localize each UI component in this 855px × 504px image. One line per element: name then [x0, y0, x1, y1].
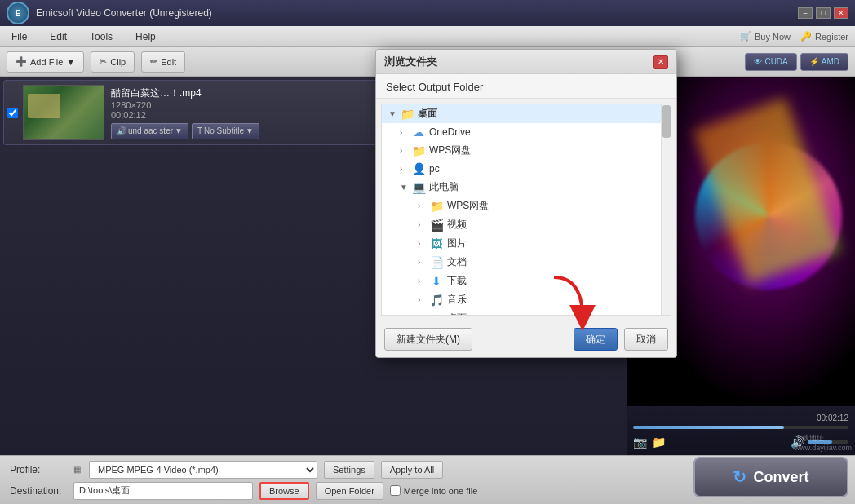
edit-button[interactable]: ✏ Edit [141, 51, 185, 73]
edit-icon: ✏ [150, 56, 157, 67]
profile-label: Profile: [10, 464, 67, 475]
tree-item-doc[interactable]: › 📄 文档 [382, 253, 671, 272]
menu-tools[interactable]: Tools [85, 29, 117, 44]
amd-icon: ⚡ [809, 57, 819, 66]
tree-item-desktop[interactable]: ▼ 📁 桌面 [382, 104, 671, 123]
tree-scrollbar[interactable] [661, 104, 671, 315]
tree-item-wps-disk[interactable]: › 📁 WPS网盘 [382, 197, 671, 215]
audio-icon: 🔊 [117, 126, 126, 135]
eye-icon: 👁 [754, 57, 762, 66]
menu-bar: File Edit Tools Help 🛒 Buy Now 🔑 Registe… [0, 26, 855, 47]
doc-icon: 📄 [429, 256, 444, 269]
tree-expand-icon: › [418, 258, 429, 267]
folder-icon: 📁 [400, 108, 414, 121]
new-folder-button[interactable]: 新建文件夹(M) [384, 328, 472, 351]
audio-settings-button[interactable]: 🔊 und aac ster ▼ [111, 123, 188, 139]
tree-expand-icon: › [418, 276, 429, 285]
close-button[interactable]: ✕ [834, 7, 848, 19]
cancel-button[interactable]: 取消 [624, 328, 668, 351]
tree-item-image[interactable]: › 🖼 图片 [382, 234, 671, 253]
register-button[interactable]: 🔑 Register [800, 31, 848, 42]
scrollbar-thumb[interactable] [662, 105, 671, 138]
tree-item-desktop2[interactable]: › 📁 桌面 [382, 309, 671, 316]
tree-item-video[interactable]: › 🎬 视频 [382, 215, 671, 234]
subtitle-button[interactable]: T No Subtitle ▼ [192, 123, 259, 139]
amd-button[interactable]: ⚡ AMD [800, 53, 848, 71]
thumbnail-image [24, 86, 104, 139]
convert-button-container: ↻ Convert [693, 457, 848, 497]
settings-button[interactable]: Settings [324, 461, 374, 479]
destination-label: Destination: [10, 485, 67, 497]
app-title: Emicsoft Video Converter (Unregistered) [36, 7, 798, 19]
dialog-footer: 新建文件夹(M) 确定 取消 [376, 321, 676, 357]
menu-edit[interactable]: Edit [45, 29, 72, 44]
folder-icon: 📁 [429, 312, 444, 316]
apply-to-all-button[interactable]: Apply to All [381, 461, 443, 479]
tree-expand-icon: › [418, 239, 429, 248]
dialog-title-bar: 浏览文件夹 ✕ [376, 50, 676, 74]
computer-icon: 💻 [411, 181, 426, 194]
video-icon: 🎬 [429, 219, 444, 232]
tree-item-music[interactable]: › 🎵 音乐 [382, 290, 671, 309]
destination-input[interactable] [73, 482, 253, 500]
watermark: 下载地址 www.dayijiav.com [795, 433, 852, 452]
preview-folder-icon[interactable]: 📁 [652, 435, 666, 449]
tree-expand-icon: › [400, 165, 411, 174]
preview-progress-bar[interactable] [633, 426, 848, 429]
tree-expand-icon: › [418, 295, 429, 304]
tree-item-wps-net[interactable]: › 📁 WPS网盘 [382, 141, 671, 160]
title-bar: E Emicsoft Video Converter (Unregistered… [0, 0, 855, 26]
preview-progress-fill [633, 426, 784, 429]
profile-select[interactable]: MPEG MPEG-4 Video (*.mp4) [89, 461, 317, 479]
app-window: E Emicsoft Video Converter (Unregistered… [0, 0, 855, 504]
dialog-footer-left: 新建文件夹(M) [384, 328, 567, 351]
browse-folder-dialog: 浏览文件夹 ✕ Select Output Folder ▼ 📁 桌面 › ☁ … [375, 49, 677, 358]
tree-expand-icon: › [400, 128, 411, 137]
dropdown-arrow-icon: ▼ [66, 57, 75, 67]
convert-button[interactable]: ↻ Convert [693, 457, 848, 497]
menu-right-actions: 🛒 Buy Now 🔑 Register [740, 31, 848, 42]
file-thumbnail [23, 85, 104, 140]
cart-icon: 🛒 [740, 31, 751, 42]
tree-expand-icon: › [418, 220, 429, 229]
file-checkbox[interactable] [7, 108, 18, 118]
image-icon: 🖼 [429, 237, 444, 250]
buy-now-button[interactable]: 🛒 Buy Now [740, 31, 791, 42]
cloud-icon: ☁ [411, 126, 426, 139]
menu-help[interactable]: Help [131, 29, 161, 44]
browse-button[interactable]: Browse [259, 482, 309, 500]
folder-icon: 📁 [429, 200, 444, 213]
add-file-button[interactable]: ➕ Add File ▼ [7, 51, 84, 73]
dialog-close-button[interactable]: ✕ [653, 55, 668, 69]
dialog-title: 浏览文件夹 [384, 55, 653, 69]
confirm-button[interactable]: 确定 [574, 328, 618, 351]
download-icon: ⬇ [429, 275, 444, 288]
convert-icon: ↻ [733, 467, 746, 487]
tree-expand-icon: › [418, 314, 429, 316]
maximize-button[interactable]: □ [816, 7, 831, 19]
merge-checkbox-label: Merge into one file [390, 485, 478, 496]
tree-item-download[interactable]: › ⬇ 下载 [382, 272, 671, 290]
subtitle-text-icon: T [197, 126, 202, 135]
subtitle-chevron-icon: ▼ [246, 126, 254, 135]
preview-time: 00:02:12 [633, 413, 848, 422]
tree-expand-icon: › [418, 201, 429, 210]
preview-camera-icon[interactable]: 📷 [633, 435, 647, 449]
cuda-button[interactable]: 👁 CUDA [745, 53, 796, 71]
scissors-icon: ✂ [100, 56, 107, 67]
window-controls: – □ ✕ [798, 7, 848, 19]
tree-item-this-pc[interactable]: ▼ 💻 此电脑 [382, 178, 671, 197]
tree-item-pc[interactable]: › 👤 pc [382, 160, 671, 178]
minimize-button[interactable]: – [798, 7, 813, 19]
merge-checkbox[interactable] [390, 485, 401, 496]
mpeg-icon: ▦ [73, 465, 81, 474]
menu-file[interactable]: File [7, 29, 32, 44]
convert-label: Convert [753, 469, 808, 486]
add-icon: ➕ [16, 56, 27, 67]
clip-button[interactable]: ✂ Clip [91, 51, 135, 73]
tree-item-onedrive[interactable]: › ☁ OneDrive [382, 123, 671, 141]
folder-icon: 📁 [411, 144, 426, 157]
open-folder-button[interactable]: Open Folder [316, 482, 383, 500]
pc-icon: 👤 [411, 162, 426, 175]
toolbar-right: 👁 CUDA ⚡ AMD [745, 53, 848, 71]
